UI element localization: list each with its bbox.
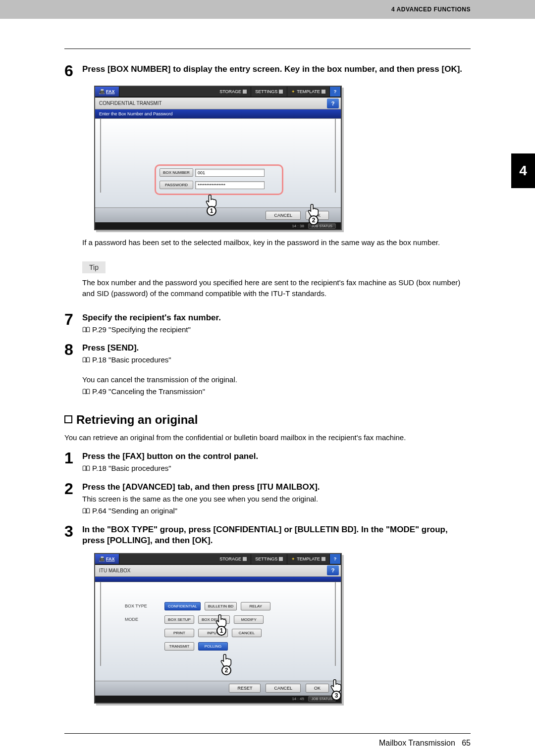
fax-icon: 📠 — [99, 556, 105, 561]
tab-template[interactable]: ✦TEMPLATE — [287, 87, 330, 97]
tab-template[interactable]: ✦TEMPLATE — [287, 554, 330, 564]
step-6: 6 Press [BOX NUMBER] to display the entr… — [64, 63, 471, 79]
ui-bottombar: CANCEL OK — [95, 207, 341, 222]
help-top[interactable]: ? — [330, 554, 341, 564]
settings-icon — [279, 557, 283, 561]
boxdelete-button[interactable]: BOX DELETE — [198, 615, 230, 624]
mode-label: MODE — [125, 617, 160, 622]
password-field[interactable]: **************** — [195, 181, 265, 189]
password-row: PASSWORD **************** — [160, 181, 278, 189]
help-top[interactable]: ? — [330, 87, 341, 97]
callout-num: 2 — [221, 665, 231, 675]
star-icon: ✦ — [291, 89, 295, 94]
mode-row-2: PRINT INPUT CANCEL — [125, 629, 326, 637]
boxsetup-button[interactable]: BOX SETUP — [164, 615, 194, 624]
ref-link[interactable]: P.64 "Sending an original" — [82, 505, 471, 517]
tab-settings[interactable]: SETTINGS — [251, 554, 287, 564]
confidential-button[interactable]: CONFIDENTIAL — [164, 602, 201, 610]
boxnumber-field[interactable]: 001 — [195, 169, 265, 177]
step-7: 7 Specify the recipient's fax number. P.… — [64, 311, 471, 336]
screenshot-confidential-transmit: 📠FAX STORAGE SETTINGS ✦TEMPLATE ? CONFID… — [94, 86, 342, 230]
option-grid: BOX TYPE CONFIDENTIAL BULLETIN BD RELAY … — [125, 602, 326, 655]
ok-button[interactable]: OK — [306, 211, 329, 220]
subbar-title: CONFIDENTIAL TRANSMIT — [95, 101, 325, 106]
cancel-button[interactable]: CANCEL — [266, 684, 301, 693]
help-sub[interactable]: ? — [327, 99, 339, 108]
ref-link[interactable]: P.18 "Basic procedures" — [82, 354, 471, 366]
cancel-small-button[interactable]: CANCEL — [232, 629, 262, 637]
ui-subbar: ITU MAILBOX ? — [95, 565, 341, 577]
ref-link[interactable]: P.18 "Basic procedures" — [82, 463, 471, 475]
modify-button[interactable]: MODIFY — [234, 615, 264, 624]
cancel-button[interactable]: CANCEL — [266, 211, 301, 220]
relay-button[interactable]: RELAY — [241, 602, 270, 610]
step6-after-text: If a password has been set to the select… — [82, 237, 471, 249]
step-number: 8 — [64, 342, 82, 357]
retrieve-step-1: 1 Press the [FAX] button on the control … — [64, 450, 471, 475]
book-icon — [82, 387, 90, 398]
ok-button[interactable]: OK — [306, 684, 329, 693]
step-number: 7 — [64, 311, 82, 327]
star-icon: ✦ — [291, 556, 295, 561]
hand-icon — [204, 193, 219, 208]
section-heading: Retrieving an original — [64, 413, 471, 427]
mode-row-1: MODE BOX SETUP BOX DELETE MODIFY — [125, 615, 326, 624]
entry-group: BOX NUMBER 001 PASSWORD **************** — [160, 168, 278, 189]
bulletin-button[interactable]: BULLETIN BD — [205, 602, 237, 610]
ui-bottombar: RESET CANCEL OK — [95, 681, 341, 696]
step-title: In the "BOX TYPE" group, press [CONFIDEN… — [82, 524, 471, 546]
retrieve-step-2: 2 Press the [ADVANCED] tab, and then pre… — [64, 481, 471, 517]
page-footer: Mailbox Transmission 65 — [0, 733, 535, 748]
ref-link[interactable]: P.49 "Canceling the Transmission" — [82, 386, 471, 398]
page-number: 65 — [462, 739, 471, 747]
tab-storage[interactable]: STORAGE — [215, 554, 251, 564]
book-icon — [82, 355, 90, 366]
boxnumber-button[interactable]: BOX NUMBER — [160, 168, 193, 177]
ui-main-area: BOX TYPE CONFIDENTIAL BULLETIN BD RELAY … — [95, 582, 341, 681]
tab-storage[interactable]: STORAGE — [215, 87, 251, 97]
left-sep — [100, 119, 101, 193]
tip-label: Tip — [82, 261, 106, 273]
step-title: Press [SEND]. — [82, 343, 471, 353]
storage-icon — [243, 90, 247, 94]
password-button[interactable]: PASSWORD — [160, 181, 193, 189]
ui-topbar: 📠FAX STORAGE SETTINGS ✦TEMPLATE ? — [95, 554, 341, 565]
reset-button[interactable]: RESET — [229, 684, 261, 693]
ref-link[interactable]: P.29 "Specifying the recipient" — [82, 324, 471, 336]
tab-fax[interactable]: 📠FAX — [95, 87, 119, 97]
mode-row-3: TRANSMIT POLLING — [125, 642, 326, 651]
input-button[interactable]: INPUT — [198, 629, 228, 637]
blue-message: Enter the Box Number and Password — [95, 109, 341, 118]
section-intro: You can retrieve an original from the co… — [64, 432, 471, 443]
tab-settings[interactable]: SETTINGS — [251, 87, 287, 97]
job-status-button[interactable]: JOB STATUS — [308, 696, 336, 702]
top-header-bar: 4 ADVANCED FUNCTIONS — [0, 0, 535, 19]
callout-2: 2 — [219, 653, 234, 675]
polling-button[interactable]: POLLING — [198, 642, 228, 651]
book-icon — [82, 506, 90, 517]
step-number: 1 — [64, 450, 82, 466]
print-button[interactable]: PRINT — [164, 629, 194, 637]
square-bullet-icon — [64, 415, 72, 423]
boxtype-label: BOX TYPE — [125, 604, 160, 608]
step-number: 6 — [64, 63, 82, 79]
step-number: 3 — [64, 523, 82, 539]
screenshot-itu-mailbox: 📠FAX STORAGE SETTINGS ✦TEMPLATE ? ITU MA… — [94, 553, 342, 704]
right-sep — [335, 582, 336, 666]
ui-main-area: BOX NUMBER 001 PASSWORD ****************… — [95, 118, 341, 207]
template-icon — [321, 557, 325, 561]
step-8: 8 Press [SEND]. P.18 "Basic procedures" … — [64, 342, 471, 398]
step-title: Press [BOX NUMBER] to display the entry … — [82, 64, 471, 75]
step8-note: You can cancel the transmission of the o… — [82, 374, 471, 386]
transmit-button[interactable]: TRANSMIT — [164, 642, 194, 651]
chapter-label: 4 ADVANCED FUNCTIONS — [391, 6, 471, 13]
footer-section: Mailbox Transmission — [379, 739, 455, 747]
help-sub[interactable]: ? — [327, 565, 339, 575]
tab-fax[interactable]: 📠FAX — [95, 554, 119, 564]
status-time: 14 : 38 — [292, 224, 304, 228]
status-bar: 14 : 38 JOB STATUS — [95, 222, 341, 229]
job-status-button[interactable]: JOB STATUS — [308, 223, 336, 229]
footer-rule — [64, 733, 471, 734]
subbar-title: ITU MAILBOX — [95, 568, 325, 573]
step-title: Press the [FAX] button on the control pa… — [82, 451, 471, 462]
